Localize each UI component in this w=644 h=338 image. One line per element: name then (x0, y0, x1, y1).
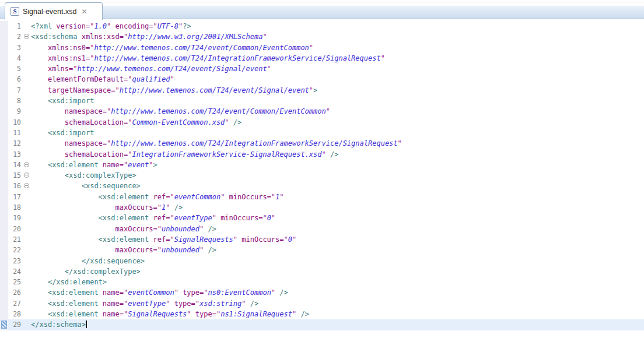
code-line[interactable]: 22 maxOccurs="unbounded" /> (0, 245, 644, 255)
code-line[interactable]: 10 schemaLocation="Common-EventCommon.xs… (0, 117, 644, 128)
fold-control[interactable] (23, 31, 31, 42)
line-number: 23 (8, 256, 23, 266)
code-text: <xsd:element name="eventCommon" type="ns… (31, 287, 644, 298)
line-number: 8 (8, 96, 23, 106)
fold-column-cell (23, 138, 31, 149)
line-number: 20 (8, 224, 23, 234)
collapse-minus-icon[interactable] (24, 183, 29, 188)
fold-column-cell (23, 256, 31, 266)
code-text: <xsd:element ref="eventType" minOccurs="… (31, 213, 644, 223)
fold-column-cell (23, 96, 31, 106)
line-number: 4 (8, 53, 23, 64)
tab-signal-event-xsd[interactable]: S Signal-event.xsd ✕ (5, 2, 103, 20)
fold-column-cell (23, 266, 31, 277)
code-line[interactable]: 17 <xsd:element ref="eventCommon" minOcc… (0, 192, 644, 202)
annotation-ruler-cell (0, 138, 8, 149)
code-line[interactable]: 12 namespace="http://www.temenos.com/T24… (0, 138, 644, 149)
fold-column-cell (23, 202, 31, 213)
code-text: schemaLocation="Common-EventCommon.xsd" … (31, 117, 644, 128)
line-number: 3 (8, 43, 23, 53)
line-number: 28 (8, 309, 23, 319)
annotation-ruler-cell (0, 298, 8, 309)
fold-column-cell (23, 287, 31, 298)
code-line[interactable]: 9 namespace="http://www.temenos.com/T24/… (0, 106, 644, 117)
annotation-ruler-cell (0, 106, 8, 117)
fold-control[interactable] (23, 181, 31, 191)
code-line[interactable]: 29</xsd:schema> (0, 319, 644, 330)
annotation-ruler-cell (0, 85, 8, 96)
fold-column-cell (23, 128, 31, 138)
editor-tab-bar: S Signal-event.xsd ✕ (0, 0, 644, 19)
code-text: <xsd:element ref="eventCommon" minOccurs… (31, 192, 644, 202)
code-line[interactable]: 5 xmlns="http://www.temenos.com/T24/even… (0, 64, 644, 74)
code-line[interactable]: 24 </xsd:complexType> (0, 266, 644, 277)
collapse-minus-icon[interactable] (24, 172, 29, 178)
fold-control[interactable] (23, 160, 31, 170)
line-number: 1 (8, 21, 23, 31)
xml-editor-window: S Signal-event.xsd ✕ 1<?xml version="1.0… (0, 0, 644, 338)
line-number: 14 (8, 160, 23, 170)
code-line[interactable]: 1<?xml version="1.0" encoding="UTF-8"?> (0, 21, 644, 31)
fold-column-cell (23, 106, 31, 117)
annotation-ruler-cell (0, 245, 8, 255)
line-number: 24 (8, 266, 23, 277)
code-line[interactable]: 6 elementFormDefault="qualified" (0, 74, 644, 85)
code-text: <xsd:sequence> (31, 181, 644, 191)
fold-column-cell (23, 21, 31, 31)
code-line[interactable]: 8 <xsd:import (0, 96, 644, 106)
collapse-minus-icon[interactable] (24, 162, 29, 167)
code-line[interactable]: 23 </xsd:sequence> (0, 256, 644, 266)
code-line[interactable]: 25 </xsd:element> (0, 277, 644, 287)
code-text: </xsd:element> (31, 277, 644, 287)
annotation-ruler-cell (0, 309, 8, 319)
annotation-ruler-cell (0, 43, 8, 53)
line-number: 15 (8, 170, 23, 181)
line-number: 2 (8, 31, 23, 42)
collapse-minus-icon[interactable] (24, 34, 29, 39)
annotation-ruler-cell (0, 224, 8, 234)
fold-column-cell (23, 74, 31, 85)
line-number: 25 (8, 277, 23, 287)
fold-column-cell (23, 192, 31, 202)
code-line[interactable]: 2<xsd:schema xmlns:xsd="http://www.w3.or… (0, 31, 644, 42)
code-line[interactable]: 18 maxOccurs="1" /> (0, 202, 644, 213)
annotation-ruler-cell (0, 266, 8, 277)
code-line[interactable]: 11 <xsd:import (0, 128, 644, 138)
fold-column-cell (23, 43, 31, 53)
annotation-ruler-cell (0, 117, 8, 128)
code-text: <xsd:schema xmlns:xsd="http://www.w3.org… (31, 31, 644, 42)
code-line[interactable]: 7 targetNamespace="http://www.temenos.co… (0, 85, 644, 96)
line-number: 7 (8, 85, 23, 96)
code-line[interactable]: 27 <xsd:element name="eventType" type="x… (0, 298, 644, 309)
code-line[interactable]: 19 <xsd:element ref="eventType" minOccur… (0, 213, 644, 223)
tab-close-icon[interactable]: ✕ (81, 8, 87, 15)
fold-column-cell (23, 245, 31, 255)
code-line[interactable]: 4 xmlns:ns1="http://www.temenos.com/T24/… (0, 53, 644, 64)
code-line[interactable]: 14 <xsd:element name="event"> (0, 160, 644, 170)
code-line[interactable]: 3 xmlns:ns0="http://www.temenos.com/T24/… (0, 43, 644, 53)
line-number: 21 (8, 234, 23, 245)
line-number: 13 (8, 149, 23, 160)
fold-control[interactable] (23, 170, 31, 181)
code-text: <xsd:element name="eventType" type="xsd:… (31, 298, 644, 309)
caret-position-marker-icon (1, 321, 7, 329)
code-line[interactable]: 13 schemaLocation="IntegrationFrameworkS… (0, 149, 644, 160)
annotation-ruler-cell (0, 64, 8, 74)
code-text: <?xml version="1.0" encoding="UTF-8"?> (31, 21, 644, 31)
line-number: 12 (8, 138, 23, 149)
fold-column-cell (23, 224, 31, 234)
code-editor[interactable]: 1<?xml version="1.0" encoding="UTF-8"?>2… (0, 19, 644, 338)
code-line[interactable]: 21 <xsd:element ref="SignalRequests" min… (0, 234, 644, 245)
code-line[interactable]: 20 maxOccurs="unbounded" /> (0, 224, 644, 234)
code-line[interactable]: 28 <xsd:element name="SignalRequests" ty… (0, 309, 644, 319)
fold-column-cell (23, 298, 31, 309)
code-line[interactable]: 15 <xsd:complexType> (0, 170, 644, 181)
annotation-ruler-cell (0, 277, 8, 287)
code-line[interactable]: 26 <xsd:element name="eventCommon" type=… (0, 287, 644, 298)
code-lines: 1<?xml version="1.0" encoding="UTF-8"?>2… (0, 21, 644, 330)
code-text: </xsd:schema> (31, 319, 644, 330)
code-line[interactable]: 16 <xsd:sequence> (0, 181, 644, 191)
annotation-ruler-cell (0, 160, 8, 170)
fold-column-cell (23, 234, 31, 245)
code-text: xmlns="http://www.temenos.com/T24/event/… (31, 64, 644, 74)
